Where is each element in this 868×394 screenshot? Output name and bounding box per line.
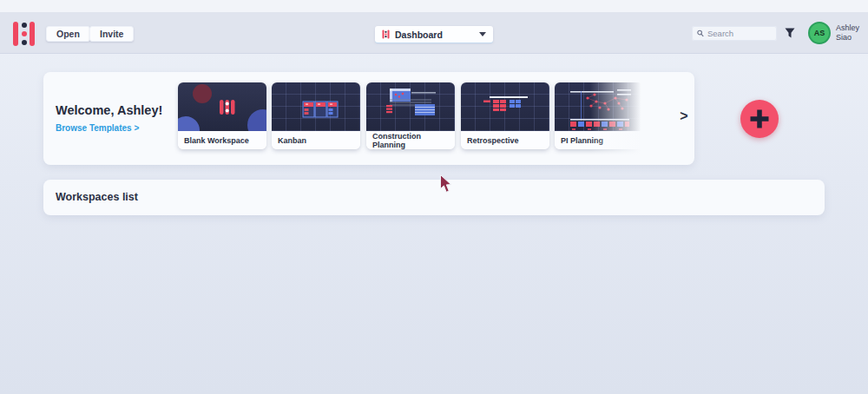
user-first-name: Ashley bbox=[836, 23, 859, 33]
template-thumbnail-construction-planning bbox=[366, 82, 455, 131]
search-input[interactable] bbox=[707, 29, 772, 38]
open-button[interactable]: Open bbox=[46, 26, 90, 42]
user-last-name: Siao bbox=[836, 33, 859, 43]
template-thumbnail-blank-workspace bbox=[178, 82, 266, 131]
toolbar: Open Invite Dashboard AS bbox=[0, 12, 868, 54]
workspaces-list-title: Workspaces list bbox=[56, 191, 138, 203]
template-label: Kanban bbox=[272, 131, 360, 149]
browser-top-strip bbox=[0, 0, 868, 12]
template-thumbnail-retrospective bbox=[461, 82, 549, 131]
template-card-kanban[interactable]: Kanban bbox=[272, 82, 360, 149]
browse-templates-link[interactable]: Browse Templates > bbox=[56, 123, 139, 133]
template-label: Construction Planning bbox=[366, 131, 455, 149]
invite-button[interactable]: Invite bbox=[89, 26, 134, 42]
template-card-construction-planning[interactable]: Construction Planning bbox=[366, 82, 455, 149]
create-workspace-button[interactable] bbox=[740, 100, 779, 138]
user-name[interactable]: Ashley Siao bbox=[836, 23, 859, 43]
template-card-retrospective[interactable]: Retrospective bbox=[461, 82, 549, 149]
welcome-title: Welcome, Ashley! bbox=[56, 103, 162, 117]
logo-dots bbox=[21, 22, 27, 46]
app-window: Open Invite Dashboard AS bbox=[0, 0, 868, 394]
workspaces-list-panel: Workspaces list bbox=[43, 180, 825, 215]
template-label: Retrospective bbox=[461, 131, 549, 149]
logo-bar bbox=[13, 22, 18, 46]
board-selector-logo-icon bbox=[382, 30, 390, 39]
template-label: PI Planning bbox=[555, 131, 643, 149]
logo-bar bbox=[30, 22, 35, 46]
filter-icon[interactable] bbox=[784, 27, 796, 39]
template-card-blank-workspace[interactable]: Blank Workspace bbox=[178, 82, 266, 149]
search-box[interactable] bbox=[692, 26, 777, 41]
chevron-down-icon bbox=[479, 32, 486, 36]
welcome-panel: Welcome, Ashley! Browse Templates > Blan… bbox=[43, 72, 694, 165]
template-thumbnail-pi-planning bbox=[555, 82, 643, 131]
board-selector-value: Dashboard bbox=[395, 30, 443, 40]
search-icon bbox=[697, 30, 704, 37]
plus-icon bbox=[748, 108, 771, 130]
board-selector-dropdown[interactable]: Dashboard bbox=[375, 26, 493, 43]
template-label: Blank Workspace bbox=[178, 131, 266, 149]
carousel-next-button[interactable]: > bbox=[675, 108, 693, 128]
template-thumbnail-kanban bbox=[272, 82, 360, 131]
avatar-initials: AS bbox=[814, 29, 825, 37]
template-card-pi-planning[interactable]: PI Planning bbox=[555, 82, 643, 149]
app-logo-icon[interactable] bbox=[13, 22, 36, 46]
avatar[interactable]: AS bbox=[808, 22, 831, 44]
